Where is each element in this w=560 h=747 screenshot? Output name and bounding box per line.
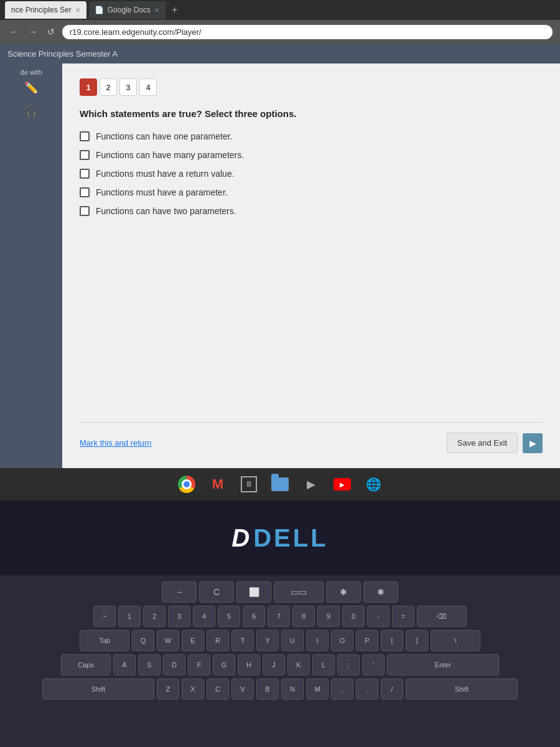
keyboard-row-zxcv: Shift Z X C V B N M , . / Shift	[12, 679, 548, 700]
tab-google-docs[interactable]: 📄 Google Docs ✕	[89, 1, 166, 19]
key-brightness-up[interactable]: ✱	[363, 581, 398, 603]
option-item-2[interactable]: Functions can have many parameters.	[80, 150, 543, 160]
key-p[interactable]: P	[356, 630, 378, 651]
back-button[interactable]: ←	[7, 26, 21, 38]
key-o[interactable]: O	[331, 630, 353, 651]
question-area: 1 2 3 4 Which statements are true? Selec…	[62, 63, 560, 468]
key-backslash[interactable]: \	[431, 630, 480, 651]
key-period[interactable]: .	[356, 679, 378, 700]
headphones-icon[interactable]: 🎧	[24, 105, 38, 118]
key-shift-right[interactable]: Shift	[406, 679, 518, 700]
page-title: Science Principles Semester A	[7, 49, 118, 59]
key-l[interactable]: L	[312, 654, 335, 675]
calendar-taskbar-icon[interactable]: Ⅲ	[239, 474, 259, 494]
key-semicolon[interactable]: ;	[337, 654, 360, 675]
key-1[interactable]: 1	[118, 606, 141, 627]
new-tab-button[interactable]: +	[168, 4, 181, 16]
key-5[interactable]: 5	[218, 606, 240, 627]
key-enter[interactable]: Enter	[387, 654, 499, 675]
key-e[interactable]: E	[182, 630, 204, 651]
key-d[interactable]: D	[163, 654, 185, 675]
key-u[interactable]: U	[281, 630, 304, 651]
key-tilde[interactable]: ~	[93, 606, 116, 627]
key-a[interactable]: A	[113, 654, 136, 675]
youtube-taskbar-icon[interactable]: ▶	[332, 474, 352, 494]
option-item-1[interactable]: Functions can have one parameter.	[80, 131, 543, 141]
edge-taskbar-icon[interactable]: 🌐	[363, 474, 383, 494]
key-v[interactable]: V	[231, 679, 254, 700]
question-nav-3[interactable]: 3	[119, 78, 137, 96]
key-refresh[interactable]: C	[199, 581, 234, 603]
option-item-3[interactable]: Functions must have a return value.	[80, 169, 543, 179]
key-n[interactable]: N	[281, 679, 304, 700]
key-equals[interactable]: =	[392, 606, 414, 627]
folder-taskbar-icon[interactable]	[270, 474, 290, 494]
option-checkbox-4[interactable]	[80, 187, 90, 197]
key-s[interactable]: S	[138, 654, 161, 675]
mark-return-link[interactable]: Mark this and return	[80, 438, 152, 448]
address-input[interactable]	[62, 25, 553, 39]
next-button[interactable]: ▶	[523, 433, 543, 453]
key-i[interactable]: I	[306, 630, 329, 651]
option-text-3: Functions must have a return value.	[96, 169, 235, 179]
key-tab[interactable]: Tab	[80, 630, 129, 651]
reload-button[interactable]: ↺	[45, 26, 57, 38]
key-m[interactable]: M	[306, 679, 329, 700]
key-j[interactable]: J	[263, 654, 285, 675]
question-nav-1[interactable]: 1	[80, 78, 97, 96]
tab-close-icon[interactable]: ✕	[75, 7, 80, 14]
key-6[interactable]: 6	[243, 606, 265, 627]
option-item-5[interactable]: Functions can have two parameters.	[80, 206, 543, 216]
question-nav-2[interactable]: 2	[100, 78, 117, 96]
key-back-arrow[interactable]: →	[162, 581, 197, 603]
key-c[interactable]: C	[207, 679, 229, 700]
key-h[interactable]: H	[238, 654, 260, 675]
key-k[interactable]: K	[287, 654, 310, 675]
key-brightness-down[interactable]: ✱	[326, 581, 361, 603]
key-rbracket[interactable]: ]	[406, 630, 428, 651]
play-taskbar-icon[interactable]: ▶	[301, 474, 321, 494]
key-lbracket[interactable]: [	[381, 630, 403, 651]
key-z[interactable]: Z	[157, 679, 179, 700]
save-exit-button[interactable]: Save and Exit	[447, 433, 518, 453]
tab-google-docs-close-icon[interactable]: ✕	[154, 7, 159, 14]
sidebar-partial-label: de with	[21, 68, 42, 76]
key-9[interactable]: 9	[317, 606, 340, 627]
option-checkbox-3[interactable]	[80, 169, 90, 179]
key-shift-left[interactable]: Shift	[42, 679, 154, 700]
key-7[interactable]: 7	[268, 606, 290, 627]
question-nav-4[interactable]: 4	[139, 78, 157, 96]
key-x[interactable]: X	[182, 679, 204, 700]
key-w[interactable]: W	[157, 630, 179, 651]
chrome-taskbar-icon[interactable]	[177, 474, 197, 494]
option-checkbox-2[interactable]	[80, 150, 90, 160]
key-2[interactable]: 2	[143, 606, 166, 627]
key-windows[interactable]: ▭▭	[274, 581, 324, 603]
key-8[interactable]: 8	[292, 606, 315, 627]
key-0[interactable]: 0	[342, 606, 365, 627]
option-item-4[interactable]: Functions must have a parameter.	[80, 187, 543, 197]
key-backspace[interactable]: ⌫	[417, 606, 467, 627]
gmail-taskbar-icon[interactable]: M	[208, 474, 228, 494]
key-f[interactable]: F	[188, 654, 210, 675]
key-g[interactable]: G	[213, 654, 235, 675]
key-q[interactable]: Q	[132, 630, 154, 651]
option-checkbox-1[interactable]	[80, 131, 90, 141]
key-caps[interactable]: Caps	[61, 654, 111, 675]
key-3[interactable]: 3	[168, 606, 190, 627]
option-checkbox-5[interactable]	[80, 206, 90, 216]
key-quote[interactable]: '	[362, 654, 385, 675]
key-fullscreen[interactable]: ⬜	[236, 581, 271, 603]
key-slash[interactable]: /	[381, 679, 403, 700]
key-minus[interactable]: -	[367, 606, 390, 627]
google-docs-icon: 📄	[95, 6, 104, 14]
tab-active[interactable]: nce Principles Ser ✕	[5, 1, 86, 19]
key-comma[interactable]: ,	[331, 679, 353, 700]
key-t[interactable]: T	[231, 630, 254, 651]
key-4[interactable]: 4	[193, 606, 215, 627]
key-r[interactable]: R	[207, 630, 229, 651]
option-text-2: Functions can have many parameters.	[96, 150, 244, 160]
key-b[interactable]: B	[256, 679, 279, 700]
forward-button[interactable]: →	[26, 26, 40, 38]
key-y[interactable]: Y	[256, 630, 279, 651]
